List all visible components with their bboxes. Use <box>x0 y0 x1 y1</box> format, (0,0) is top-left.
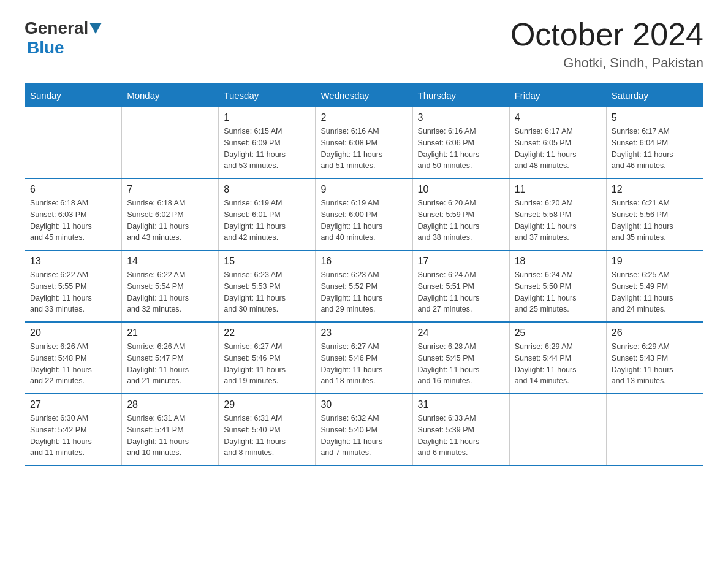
header-day-thursday: Thursday <box>412 84 509 107</box>
day-detail: Sunrise: 6:26 AM Sunset: 5:47 PM Dayligh… <box>127 341 213 387</box>
calendar-cell: 24Sunrise: 6:28 AM Sunset: 5:45 PM Dayli… <box>412 322 509 394</box>
calendar-cell: 6Sunrise: 6:18 AM Sunset: 6:03 PM Daylig… <box>25 178 122 250</box>
header-day-monday: Monday <box>122 84 219 107</box>
day-number: 19 <box>612 256 698 267</box>
day-detail: Sunrise: 6:31 AM Sunset: 5:40 PM Dayligh… <box>224 413 310 459</box>
day-detail: Sunrise: 6:25 AM Sunset: 5:49 PM Dayligh… <box>612 269 698 315</box>
calendar-cell: 10Sunrise: 6:20 AM Sunset: 5:59 PM Dayli… <box>412 178 509 250</box>
day-number: 8 <box>224 184 310 195</box>
calendar-week-row: 27Sunrise: 6:30 AM Sunset: 5:42 PM Dayli… <box>25 394 703 465</box>
day-number: 20 <box>30 327 116 339</box>
header-day-sunday: Sunday <box>25 84 122 107</box>
logo: General Blue <box>25 18 103 58</box>
day-number: 2 <box>320 112 407 123</box>
day-number: 13 <box>30 256 116 267</box>
calendar-table: SundayMondayTuesdayWednesdayThursdayFrid… <box>25 83 703 466</box>
calendar-cell: 1Sunrise: 6:15 AM Sunset: 6:09 PM Daylig… <box>219 107 316 179</box>
day-number: 15 <box>224 256 310 267</box>
day-number: 3 <box>418 112 504 123</box>
day-number: 17 <box>418 256 504 267</box>
calendar-week-row: 20Sunrise: 6:26 AM Sunset: 5:48 PM Dayli… <box>25 322 703 394</box>
calendar-week-row: 13Sunrise: 6:22 AM Sunset: 5:55 PM Dayli… <box>25 250 703 322</box>
day-detail: Sunrise: 6:19 AM Sunset: 6:01 PM Dayligh… <box>224 197 310 243</box>
day-detail: Sunrise: 6:24 AM Sunset: 5:51 PM Dayligh… <box>418 269 504 315</box>
calendar-week-row: 6Sunrise: 6:18 AM Sunset: 6:03 PM Daylig… <box>25 178 703 250</box>
calendar-cell: 13Sunrise: 6:22 AM Sunset: 5:55 PM Dayli… <box>25 250 122 322</box>
calendar-cell: 22Sunrise: 6:27 AM Sunset: 5:46 PM Dayli… <box>219 322 316 394</box>
calendar-cell: 31Sunrise: 6:33 AM Sunset: 5:39 PM Dayli… <box>412 394 509 465</box>
day-detail: Sunrise: 6:29 AM Sunset: 5:44 PM Dayligh… <box>515 341 601 387</box>
day-number: 30 <box>320 399 407 410</box>
calendar-cell: 9Sunrise: 6:19 AM Sunset: 6:00 PM Daylig… <box>316 178 412 250</box>
day-detail: Sunrise: 6:27 AM Sunset: 5:46 PM Dayligh… <box>320 341 407 387</box>
day-number: 18 <box>515 256 601 267</box>
day-detail: Sunrise: 6:33 AM Sunset: 5:39 PM Dayligh… <box>418 413 504 459</box>
calendar-cell: 11Sunrise: 6:20 AM Sunset: 5:58 PM Dayli… <box>509 178 606 250</box>
day-detail: Sunrise: 6:18 AM Sunset: 6:02 PM Dayligh… <box>127 197 213 243</box>
calendar-cell: 4Sunrise: 6:17 AM Sunset: 6:05 PM Daylig… <box>509 107 606 179</box>
day-number: 22 <box>224 327 310 339</box>
calendar-cell: 29Sunrise: 6:31 AM Sunset: 5:40 PM Dayli… <box>219 394 316 465</box>
day-detail: Sunrise: 6:17 AM Sunset: 6:04 PM Dayligh… <box>612 126 698 172</box>
calendar-cell: 26Sunrise: 6:29 AM Sunset: 5:43 PM Dayli… <box>606 322 703 394</box>
day-number: 31 <box>418 399 504 410</box>
day-number: 7 <box>127 184 213 195</box>
calendar-cell: 28Sunrise: 6:31 AM Sunset: 5:41 PM Dayli… <box>122 394 219 465</box>
location-subtitle: Ghotki, Sindh, Pakistan <box>510 55 703 71</box>
title-section: October 2024 Ghotki, Sindh, Pakistan <box>510 18 703 71</box>
calendar-cell <box>122 107 219 179</box>
calendar-cell: 25Sunrise: 6:29 AM Sunset: 5:44 PM Dayli… <box>509 322 606 394</box>
day-detail: Sunrise: 6:21 AM Sunset: 5:56 PM Dayligh… <box>612 197 698 243</box>
calendar-cell: 12Sunrise: 6:21 AM Sunset: 5:56 PM Dayli… <box>606 178 703 250</box>
calendar-cell: 2Sunrise: 6:16 AM Sunset: 6:08 PM Daylig… <box>316 107 412 179</box>
day-detail: Sunrise: 6:20 AM Sunset: 5:58 PM Dayligh… <box>515 197 601 243</box>
calendar-cell: 18Sunrise: 6:24 AM Sunset: 5:50 PM Dayli… <box>509 250 606 322</box>
day-number: 14 <box>127 256 213 267</box>
day-number: 9 <box>320 184 407 195</box>
logo-general-text: General <box>25 18 88 38</box>
calendar-cell: 7Sunrise: 6:18 AM Sunset: 6:02 PM Daylig… <box>122 178 219 250</box>
calendar-cell <box>25 107 122 179</box>
day-number: 1 <box>224 112 310 123</box>
month-title: October 2024 <box>510 18 703 50</box>
calendar-cell: 19Sunrise: 6:25 AM Sunset: 5:49 PM Dayli… <box>606 250 703 322</box>
calendar-cell: 14Sunrise: 6:22 AM Sunset: 5:54 PM Dayli… <box>122 250 219 322</box>
day-number: 12 <box>612 184 698 195</box>
day-detail: Sunrise: 6:32 AM Sunset: 5:40 PM Dayligh… <box>320 413 407 459</box>
day-number: 27 <box>30 399 116 410</box>
day-number: 25 <box>515 327 601 339</box>
day-detail: Sunrise: 6:24 AM Sunset: 5:50 PM Dayligh… <box>515 269 601 315</box>
calendar-cell: 27Sunrise: 6:30 AM Sunset: 5:42 PM Dayli… <box>25 394 122 465</box>
calendar-cell: 5Sunrise: 6:17 AM Sunset: 6:04 PM Daylig… <box>606 107 703 179</box>
calendar-cell: 8Sunrise: 6:19 AM Sunset: 6:01 PM Daylig… <box>219 178 316 250</box>
day-number: 29 <box>224 399 310 410</box>
day-number: 5 <box>612 112 698 123</box>
header-day-tuesday: Tuesday <box>219 84 316 107</box>
header-day-wednesday: Wednesday <box>316 84 412 107</box>
day-detail: Sunrise: 6:19 AM Sunset: 6:00 PM Dayligh… <box>320 197 407 243</box>
header-day-friday: Friday <box>509 84 606 107</box>
day-detail: Sunrise: 6:22 AM Sunset: 5:55 PM Dayligh… <box>30 269 116 315</box>
day-detail: Sunrise: 6:16 AM Sunset: 6:06 PM Dayligh… <box>418 126 504 172</box>
day-number: 4 <box>515 112 601 123</box>
day-detail: Sunrise: 6:23 AM Sunset: 5:52 PM Dayligh… <box>320 269 407 315</box>
day-detail: Sunrise: 6:20 AM Sunset: 5:59 PM Dayligh… <box>418 197 504 243</box>
day-detail: Sunrise: 6:30 AM Sunset: 5:42 PM Dayligh… <box>30 413 116 459</box>
calendar-cell: 21Sunrise: 6:26 AM Sunset: 5:47 PM Dayli… <box>122 322 219 394</box>
page-header: General Blue October 2024 Ghotki, Sindh,… <box>25 18 703 71</box>
logo-triangle-icon <box>89 23 102 34</box>
day-number: 10 <box>418 184 504 195</box>
day-number: 24 <box>418 327 504 339</box>
day-detail: Sunrise: 6:17 AM Sunset: 6:05 PM Dayligh… <box>515 126 601 172</box>
day-number: 26 <box>612 327 698 339</box>
calendar-cell: 16Sunrise: 6:23 AM Sunset: 5:52 PM Dayli… <box>316 250 412 322</box>
calendar-header-row: SundayMondayTuesdayWednesdayThursdayFrid… <box>25 84 703 107</box>
day-detail: Sunrise: 6:23 AM Sunset: 5:53 PM Dayligh… <box>224 269 310 315</box>
day-detail: Sunrise: 6:16 AM Sunset: 6:08 PM Dayligh… <box>320 126 407 172</box>
day-detail: Sunrise: 6:18 AM Sunset: 6:03 PM Dayligh… <box>30 197 116 243</box>
day-number: 28 <box>127 399 213 410</box>
day-detail: Sunrise: 6:29 AM Sunset: 5:43 PM Dayligh… <box>612 341 698 387</box>
day-number: 21 <box>127 327 213 339</box>
calendar-week-row: 1Sunrise: 6:15 AM Sunset: 6:09 PM Daylig… <box>25 107 703 179</box>
logo-blue-text: Blue <box>27 38 64 58</box>
